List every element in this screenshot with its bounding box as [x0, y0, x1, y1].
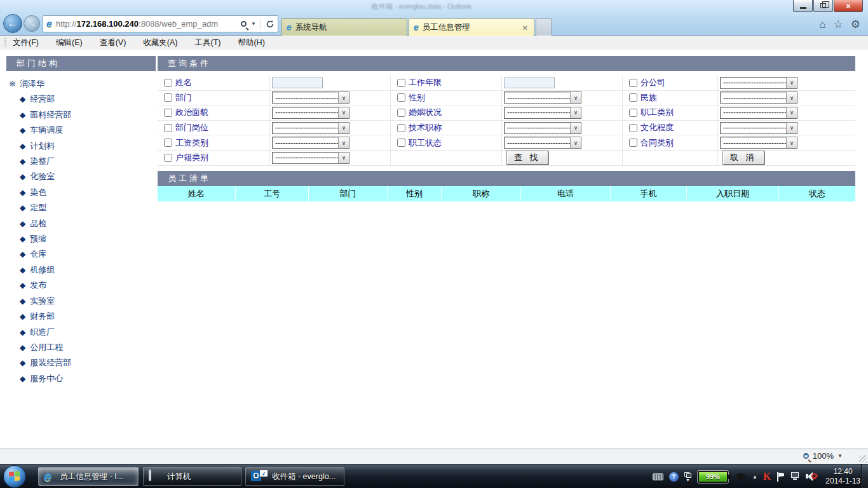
query-text-input[interactable] [272, 78, 323, 88]
menu-item[interactable]: 收藏夹(A) [143, 37, 177, 48]
query-checkbox[interactable] [397, 109, 405, 117]
battery-indicator[interactable]: 99% [698, 471, 728, 483]
query-checkbox[interactable] [397, 79, 405, 87]
home-icon[interactable]: ⌂ [819, 19, 825, 30]
query-checkbox[interactable] [629, 124, 637, 132]
search-dropdown-icon[interactable]: ▼ [251, 21, 256, 27]
tree-root-company[interactable]: ※润泽华 [6, 76, 156, 92]
search-button[interactable]: 查 找 [506, 151, 548, 165]
chevron-down-icon[interactable]: ∨ [570, 137, 581, 148]
close-button[interactable]: × [834, 0, 863, 12]
tab-close-icon[interactable]: × [520, 23, 529, 32]
query-dropdown[interactable]: -------------------------∨ [504, 107, 581, 119]
sidebar-department-item[interactable]: ◆计划料 [6, 139, 156, 154]
sidebar-department-item[interactable]: ◆实验室 [6, 294, 156, 309]
taskbar-button-computer[interactable]: 计算机 [143, 467, 241, 486]
query-dropdown[interactable]: -------------------------∨ [720, 137, 797, 149]
query-dropdown[interactable]: -------------------------∨ [272, 137, 349, 149]
forward-button[interactable]: → [24, 15, 40, 32]
kaspersky-icon[interactable]: K [763, 471, 771, 482]
chevron-down-icon[interactable]: ∨ [570, 92, 581, 103]
start-button[interactable] [3, 465, 26, 488]
chevron-down-icon[interactable]: ∨ [570, 123, 581, 133]
sidebar-department-item[interactable]: ◆机修组 [6, 262, 156, 278]
menu-item[interactable]: 文件(F) [13, 37, 39, 48]
chevron-down-icon[interactable]: ∨ [338, 152, 349, 163]
sidebar-department-item[interactable]: ◆发布 [6, 278, 156, 293]
chevron-down-icon[interactable]: ∨ [570, 107, 581, 118]
restore-button[interactable] [813, 0, 833, 12]
sidebar-department-item[interactable]: ◆织造厂 [6, 325, 156, 340]
favorites-star-icon[interactable]: ☆ [834, 19, 843, 30]
query-dropdown[interactable]: -------------------------∨ [272, 122, 349, 134]
chevron-down-icon[interactable]: ∨ [338, 123, 349, 133]
sidebar-department-item[interactable]: ◆定型 [6, 200, 156, 215]
chevron-down-icon[interactable]: ∨ [786, 107, 797, 118]
gear-icon[interactable]: ⚙ [851, 19, 860, 30]
chevron-down-icon[interactable]: ∨ [786, 78, 797, 88]
query-dropdown[interactable]: -------------------------∨ [504, 122, 581, 134]
query-dropdown[interactable]: -------------------------∨ [504, 92, 581, 104]
chevron-down-icon[interactable]: ∨ [338, 107, 349, 118]
query-checkbox[interactable] [397, 124, 405, 132]
query-checkbox[interactable] [397, 93, 405, 102]
query-dropdown[interactable]: -------------------------∨ [272, 92, 349, 104]
query-checkbox[interactable] [629, 139, 637, 147]
tab-system-nav[interactable]: e 系统导航 [281, 18, 407, 36]
resize-grip[interactable] [859, 455, 867, 463]
menu-item[interactable]: 查看(V) [100, 37, 126, 48]
help-icon[interactable]: ? [669, 472, 679, 482]
query-checkbox[interactable] [164, 124, 172, 132]
menu-item[interactable]: 帮助(H) [238, 37, 264, 48]
sidebar-department-item[interactable]: ◆经营部 [6, 92, 156, 107]
query-checkbox[interactable] [164, 154, 172, 162]
refresh-icon[interactable] [266, 20, 275, 29]
query-checkbox[interactable] [164, 109, 172, 117]
query-checkbox[interactable] [629, 109, 637, 117]
keyboard-icon[interactable] [653, 473, 663, 480]
window-switch-icon[interactable]: ▼ [684, 472, 692, 481]
query-checkbox[interactable] [397, 139, 405, 147]
menu-item[interactable]: 工具(T) [194, 37, 220, 48]
query-dropdown[interactable]: -------------------------∨ [720, 122, 797, 134]
sidebar-department-item[interactable]: ◆仓库 [6, 247, 156, 262]
query-checkbox[interactable] [629, 79, 637, 87]
hidden-icons-arrow[interactable]: ▲ [752, 474, 757, 480]
query-dropdown[interactable]: -------------------------∨ [720, 77, 797, 89]
chevron-down-icon[interactable]: ∨ [338, 137, 349, 148]
sidebar-department-item[interactable]: ◆染整厂 [6, 154, 156, 169]
sidebar-department-item[interactable]: ◆预缩 [6, 231, 156, 247]
sidebar-department-item[interactable]: ◆染色 [6, 185, 156, 200]
chevron-down-icon[interactable]: ∨ [786, 92, 797, 103]
sidebar-department-item[interactable]: ◆财务部 [6, 309, 156, 324]
network-icon[interactable] [790, 472, 800, 481]
volume-muted-icon[interactable] [806, 471, 817, 482]
query-dropdown[interactable]: -------------------------∨ [720, 92, 797, 104]
sidebar-department-item[interactable]: ◆公用工程 [6, 340, 156, 355]
taskbar-button-outlook[interactable]: O ✓ 收件箱 - everglo... [245, 467, 344, 486]
chevron-down-icon[interactable]: ∨ [786, 137, 797, 148]
power-plug-icon[interactable] [736, 472, 747, 481]
sidebar-department-item[interactable]: ◆服装经营部 [6, 355, 156, 370]
query-checkbox[interactable] [164, 79, 172, 87]
chevron-down-icon[interactable]: ∨ [338, 92, 349, 103]
action-center-flag-icon[interactable] [776, 472, 784, 482]
query-dropdown[interactable]: -------------------------∨ [272, 107, 349, 119]
query-dropdown[interactable]: -------------------------∨ [272, 152, 349, 164]
clock[interactable]: 12:40 2014-1-13 [825, 467, 860, 486]
chevron-down-icon[interactable]: ∨ [786, 123, 797, 133]
tab-employee-info[interactable]: e 员工信息管理 × [409, 18, 534, 36]
new-tab-button[interactable] [536, 18, 552, 36]
sidebar-department-item[interactable]: ◆品检 [6, 216, 156, 231]
sidebar-department-item[interactable]: ◆车辆调度 [6, 123, 156, 138]
sidebar-department-item[interactable]: ◆化验室 [6, 169, 156, 184]
query-text-input[interactable] [504, 78, 555, 88]
minimize-button[interactable] [793, 0, 813, 12]
query-checkbox[interactable] [629, 93, 637, 102]
sidebar-department-item[interactable]: ◆服务中心 [6, 371, 156, 386]
cancel-button[interactable]: 取 消 [722, 151, 764, 165]
query-dropdown[interactable]: -------------------------∨ [720, 107, 797, 119]
query-checkbox[interactable] [164, 93, 172, 102]
query-dropdown[interactable]: -------------------------∨ [504, 137, 581, 149]
menu-item[interactable]: 编辑(E) [56, 37, 83, 48]
